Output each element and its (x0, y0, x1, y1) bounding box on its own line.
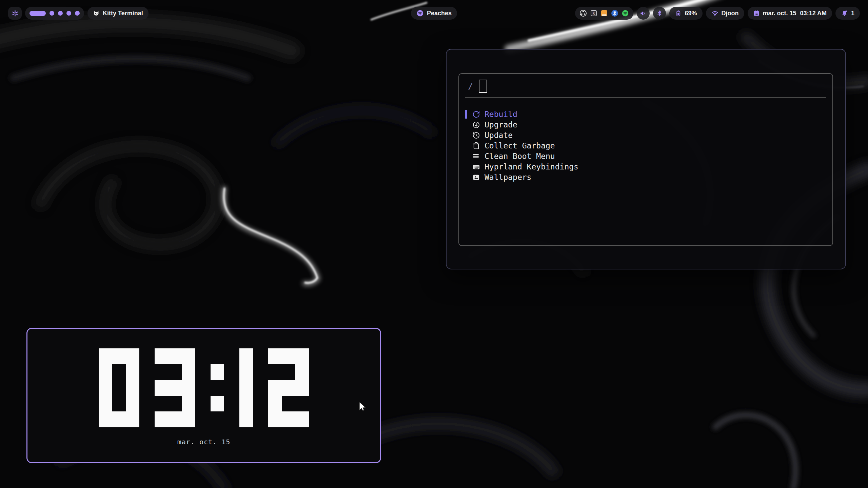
wifi-icon (711, 10, 718, 17)
selection-bar (465, 120, 467, 129)
menu-item-label: Hyprland Keybindings (485, 162, 578, 171)
nix-snowflake-icon (12, 10, 19, 17)
clock-digit (155, 348, 195, 427)
selection-bar (465, 162, 467, 171)
menu-item-label: Collect Garbage (485, 141, 555, 150)
selection-bar (465, 141, 467, 150)
clock-date: mar. oct. 15 (177, 438, 231, 446)
selection-bar (465, 110, 467, 119)
launcher-menu-list: Rebuild Upgrade Update (459, 110, 832, 182)
menu-item-rebuild[interactable]: Rebuild (465, 110, 832, 119)
media-player-module[interactable]: Peaches (411, 7, 457, 20)
spotify-icon (416, 9, 424, 17)
system-tray: K (575, 7, 633, 20)
text-cursor (479, 80, 487, 93)
clock-widget: mar. oct. 15 (26, 328, 381, 463)
update-icon (472, 131, 480, 139)
top-bar: Kitty Terminal Peaches (8, 7, 860, 20)
cat-icon (93, 10, 100, 17)
battery-icon (675, 10, 682, 17)
volume-module[interactable] (637, 7, 650, 20)
spotify-tray-icon[interactable] (622, 9, 629, 17)
clock-digit (268, 348, 309, 427)
mouse-cursor (358, 402, 367, 412)
clock-digits (99, 348, 309, 427)
workspaces-module (25, 7, 84, 20)
workspace-dot[interactable] (50, 11, 54, 16)
selection-bar (465, 131, 467, 140)
active-window-title: Kitty Terminal (103, 10, 143, 17)
rebuild-icon (472, 110, 480, 118)
datetime-module[interactable]: mar. oct. 15 03:12 AM (748, 7, 832, 20)
battery-module[interactable]: 69% (669, 7, 703, 20)
bar-time: 03:12 AM (800, 10, 827, 17)
search-prompt: / (468, 81, 473, 91)
menu-item-hyprland-keybindings[interactable]: Hyprland Keybindings (465, 162, 832, 171)
launcher-window: / Rebuild Upgrade (446, 49, 846, 269)
obs-tray-icon[interactable] (579, 9, 587, 17)
bell-icon (841, 10, 848, 17)
menu-item-label: Wallpapers (485, 173, 531, 182)
notifications-module[interactable]: 1 (835, 7, 860, 20)
network-module[interactable]: Djoon (706, 7, 744, 20)
speaker-icon (639, 10, 647, 17)
calendar-icon (753, 10, 760, 17)
bluetooth-tray-icon[interactable] (611, 9, 618, 17)
menu-item-upgrade[interactable]: Upgrade (465, 120, 832, 129)
search-input[interactable]: / (459, 75, 832, 97)
bluetooth-module[interactable] (653, 7, 666, 20)
selection-bar (465, 152, 467, 161)
files-orange-tray-icon[interactable] (600, 9, 608, 17)
workspace-dot[interactable] (58, 11, 63, 16)
workspace-dot[interactable] (75, 11, 80, 16)
workspace-dot[interactable] (66, 11, 71, 16)
bar-date: mar. oct. 15 (763, 10, 796, 17)
bluetooth-icon (656, 10, 663, 17)
menu-item-clean-boot-menu[interactable]: Clean Boot Menu (465, 152, 832, 161)
svg-text:K: K (592, 11, 595, 16)
battery-percent: 69% (685, 10, 697, 17)
menu-item-label: Clean Boot Menu (485, 152, 555, 161)
active-window-module: Kitty Terminal (87, 7, 149, 20)
app-launcher-button[interactable] (8, 7, 22, 20)
clock-digit (211, 348, 224, 427)
upgrade-icon (472, 121, 480, 129)
menu-item-collect-garbage[interactable]: Collect Garbage (465, 141, 832, 150)
keepassxc-tray-icon[interactable]: K (590, 9, 597, 17)
menu-item-label: Rebuild (485, 110, 517, 119)
network-ssid: Djoon (722, 10, 739, 17)
keyboard-icon (472, 163, 480, 171)
menu-item-label: Update (485, 131, 513, 140)
workspace-active-pill[interactable] (29, 11, 46, 16)
notification-count: 1 (851, 10, 854, 17)
menu-item-label: Upgrade (485, 120, 517, 129)
selection-bar (465, 173, 467, 182)
launcher-inner-box: / Rebuild Upgrade (458, 73, 833, 246)
clock-digit (99, 348, 139, 427)
list-icon (472, 152, 480, 160)
menu-item-update[interactable]: Update (465, 131, 832, 140)
image-icon (472, 174, 480, 181)
search-separator (465, 97, 826, 98)
media-track-title: Peaches (427, 10, 452, 17)
trash-icon (472, 142, 480, 150)
menu-item-wallpapers[interactable]: Wallpapers (465, 173, 832, 182)
clock-digit (239, 348, 253, 427)
